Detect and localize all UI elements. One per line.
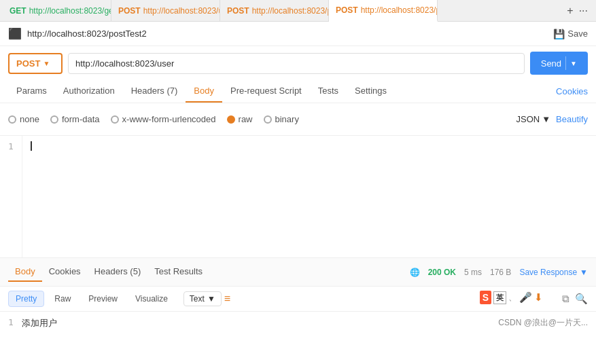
new-tab-button[interactable]: + <box>567 5 573 17</box>
text-cursor <box>31 141 32 151</box>
more-tabs-button[interactable]: ··· <box>579 5 588 17</box>
body-type-binary[interactable]: binary <box>264 114 299 124</box>
radio-none <box>8 115 16 124</box>
search-icon[interactable]: 🔍 <box>575 293 588 305</box>
csdn-logo: S <box>480 291 491 304</box>
tab-post-2[interactable]: POST http://localhost:8023/up... <box>111 0 220 22</box>
body-type-formdata[interactable]: form-data <box>50 114 100 124</box>
tab-bar-actions: + ··· <box>567 5 593 17</box>
request-tabs: Params Authorization Headers (7) Body Pr… <box>0 80 596 103</box>
download-icon: ⬇ <box>534 291 543 304</box>
globe-icon: 🌐 <box>410 268 420 277</box>
address-bar: ⬛ http://localhost:8023/postTest2 💾 Save <box>0 22 596 46</box>
response-right-icons: ⧉ 🔍 <box>562 293 588 305</box>
send-button[interactable]: Send ▼ <box>530 52 588 75</box>
save-response-button[interactable]: Save Response ▼ <box>519 268 588 277</box>
send-divider <box>565 56 566 70</box>
address-icon: ⬛ <box>8 27 22 40</box>
tab-post-3[interactable]: POST http://localhost:8023/po... <box>220 0 329 22</box>
body-type-urlencoded[interactable]: x-www-form-urlencoded <box>111 114 216 124</box>
line-numbers: 1 <box>0 136 22 257</box>
tab-params[interactable]: Params <box>8 80 55 103</box>
radio-urlencoded <box>111 115 119 124</box>
tab-method-1: GET <box>10 6 27 16</box>
mic-icon: 🎤 <box>519 291 532 304</box>
text-format-select[interactable]: Text ▼ <box>183 291 222 306</box>
res-line-number: 1 <box>8 317 14 327</box>
tab-post-4-active[interactable]: POST http://localhost:8023/po... <box>329 0 438 22</box>
json-dropdown[interactable]: JSON ▼ <box>516 114 550 124</box>
tab-url-1: http://localhost:8023/ge... <box>29 6 111 16</box>
response-tabs-bar: Body Cookies Headers (5) Test Results 🌐 … <box>0 258 596 287</box>
tab-tests[interactable]: Tests <box>310 80 347 103</box>
method-label: POST <box>16 58 40 69</box>
body-type-right: JSON ▼ Beautify <box>516 109 588 130</box>
res-tab-cookies[interactable]: Cookies <box>42 262 88 282</box>
tab-url-4: http://localhost:8023/po... <box>361 5 438 15</box>
res-tab-headers[interactable]: Headers (5) <box>88 262 148 282</box>
cookies-link[interactable]: Cookies <box>556 81 588 102</box>
tab-authorization[interactable]: Authorization <box>55 80 123 103</box>
tab-url-2: http://localhost:8023/up... <box>143 6 220 16</box>
code-editor: 1 <box>0 136 596 258</box>
tab-bar: GET http://localhost:8023/ge... POST htt… <box>0 0 596 22</box>
response-size: 176 B <box>490 268 511 277</box>
radio-raw <box>227 115 235 124</box>
res-content-text: 添加用户 <box>22 317 57 329</box>
status-code: 200 OK <box>428 268 456 277</box>
punctuation-icon: 、 <box>508 291 517 304</box>
method-select[interactable]: POST ▼ <box>8 53 63 74</box>
copy-icon[interactable]: ⧉ <box>562 293 569 305</box>
response-time: 5 ms <box>464 268 482 277</box>
en-label: 英 <box>493 291 506 304</box>
tab-method-4: POST <box>336 5 358 15</box>
body-type-none[interactable]: none <box>8 114 39 124</box>
tab-body[interactable]: Body <box>186 80 222 103</box>
tab-get[interactable]: GET http://localhost:8023/ge... <box>3 0 111 22</box>
address-url: http://localhost:8023/postTest2 <box>27 29 548 39</box>
code-input[interactable] <box>22 136 596 257</box>
res-format-raw[interactable]: Raw <box>47 291 78 307</box>
filter-icon[interactable]: ≡ <box>224 293 230 305</box>
save-response-chevron-icon: ▼ <box>580 268 588 277</box>
save-button[interactable]: 💾 Save <box>553 29 588 39</box>
res-tab-body[interactable]: Body <box>8 262 42 282</box>
radio-binary <box>264 115 272 124</box>
csdn-badge: S 英 、 🎤 ⬇ <box>480 291 543 304</box>
attribution-text: CSDN @浪出@一片天... <box>498 317 588 329</box>
tab-settings[interactable]: Settings <box>347 80 395 103</box>
tab-method-2: POST <box>118 6 141 16</box>
body-type-raw[interactable]: raw <box>227 114 253 124</box>
tab-url-3: http://localhost:8023/po... <box>252 6 329 16</box>
tab-headers[interactable]: Headers (7) <box>123 80 186 103</box>
json-chevron-icon: ▼ <box>542 114 550 124</box>
response-status-area: 🌐 200 OK 5 ms 176 B Save Response ▼ <box>410 268 588 277</box>
method-chevron-icon: ▼ <box>43 60 50 67</box>
tab-prerequest[interactable]: Pre-request Script <box>222 80 310 103</box>
cursor-line <box>31 141 588 151</box>
radio-formdata <box>50 115 58 124</box>
res-format-visualize[interactable]: Visualize <box>128 291 175 307</box>
send-dropdown-icon[interactable]: ▼ <box>570 60 577 67</box>
response-body: 1 添加用户 CSDN @浪出@一片天... <box>0 312 596 335</box>
body-type-bar: none form-data x-www-form-urlencoded raw… <box>0 103 596 136</box>
beautify-button[interactable]: Beautify <box>556 109 588 130</box>
text-format-chevron-icon: ▼ <box>207 294 215 304</box>
url-input[interactable] <box>68 53 525 74</box>
tab-method-3: POST <box>227 6 249 16</box>
res-format-pretty[interactable]: Pretty <box>8 291 44 307</box>
request-bar: POST ▼ Send ▼ <box>0 46 596 80</box>
res-tab-test-results[interactable]: Test Results <box>147 262 209 282</box>
save-icon: 💾 <box>553 29 565 39</box>
res-format-preview[interactable]: Preview <box>81 291 125 307</box>
